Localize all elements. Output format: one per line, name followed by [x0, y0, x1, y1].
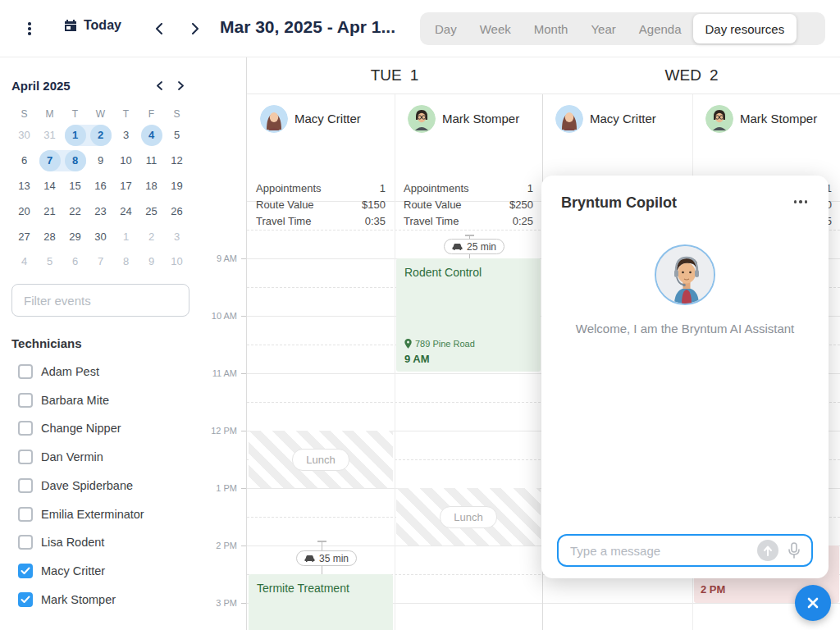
- technician-row[interactable]: Dave Spiderbane: [0, 472, 213, 500]
- stat-value: $150: [362, 197, 386, 213]
- date-cell[interactable]: 12: [164, 148, 189, 174]
- date-cell[interactable]: 3: [164, 224, 189, 249]
- date-cell[interactable]: 5: [37, 249, 62, 275]
- date-cell[interactable]: 15: [62, 174, 88, 199]
- technician-name: Lisa Rodent: [41, 536, 104, 549]
- date-cell[interactable]: 5: [164, 123, 189, 148]
- tab-week[interactable]: Week: [468, 14, 523, 43]
- date-cell[interactable]: 2: [139, 224, 164, 249]
- send-button[interactable]: [757, 540, 778, 561]
- kebab-menu-icon[interactable]: [24, 20, 35, 38]
- date-cell[interactable]: 20: [11, 199, 37, 224]
- day-header-tue[interactable]: TUE 1: [247, 57, 542, 94]
- date-cell[interactable]: 28: [37, 224, 62, 249]
- resource-stats: Appointments1 Route Value$250 Travel Tim…: [395, 180, 542, 230]
- tab-day[interactable]: Day: [423, 14, 468, 43]
- technician-row[interactable]: Barbara Mite: [0, 386, 213, 414]
- event-title: Lunch: [292, 449, 349, 471]
- date-cell[interactable]: 30: [88, 224, 113, 249]
- weekday-label: F: [139, 105, 164, 123]
- event-termite-treatment[interactable]: Termite Treatment: [249, 574, 393, 630]
- technician-checkbox[interactable]: [18, 450, 33, 464]
- date-cell[interactable]: 7: [37, 148, 62, 174]
- copilot-menu-icon[interactable]: [791, 197, 811, 207]
- date-cell[interactable]: 9: [139, 249, 164, 275]
- tab-agenda[interactable]: Agenda: [628, 14, 693, 43]
- date-cell[interactable]: 1: [62, 123, 88, 148]
- date-cell[interactable]: 26: [164, 199, 189, 224]
- technician-row[interactable]: Emilia Exterminator: [0, 500, 213, 528]
- date-cell[interactable]: 4: [11, 249, 37, 275]
- date-cell[interactable]: 9: [88, 148, 113, 174]
- technician-checkbox[interactable]: [18, 507, 33, 522]
- microphone-icon[interactable]: [785, 541, 803, 559]
- technician-checkbox[interactable]: [18, 364, 33, 379]
- technician-checkbox[interactable]: [18, 421, 33, 436]
- stat-value: 0:25: [513, 213, 533, 230]
- date-cell[interactable]: 25: [139, 199, 164, 224]
- date-cell[interactable]: 19: [164, 174, 189, 199]
- date-cell[interactable]: 7: [88, 249, 113, 275]
- today-button[interactable]: Today: [64, 18, 121, 33]
- event-lunch-macy-tue[interactable]: Lunch: [249, 431, 393, 488]
- date-cell[interactable]: 6: [62, 249, 88, 275]
- tab-year[interactable]: Year: [579, 14, 627, 43]
- technician-checkbox[interactable]: [18, 478, 33, 493]
- date-cell[interactable]: 4: [139, 123, 164, 148]
- date-cell[interactable]: 3: [113, 123, 139, 148]
- technician-checkbox[interactable]: [18, 564, 33, 578]
- date-cell[interactable]: 2: [88, 123, 113, 148]
- event-lunch-mark-tue[interactable]: Lunch: [396, 488, 541, 546]
- day-name: TUE: [371, 66, 402, 84]
- travel-time-label: 35 min: [319, 553, 349, 564]
- technician-checkbox[interactable]: [18, 535, 33, 550]
- date-cell[interactable]: 30: [11, 123, 37, 148]
- date-cell[interactable]: 18: [139, 174, 164, 199]
- date-cell[interactable]: 8: [62, 148, 88, 174]
- date-cell[interactable]: 29: [62, 224, 88, 249]
- tab-month[interactable]: Month: [523, 14, 580, 43]
- date-cell[interactable]: 22: [62, 199, 88, 224]
- date-cell[interactable]: 24: [113, 199, 139, 224]
- technician-row[interactable]: Dan Vermin: [0, 443, 213, 471]
- mini-calendar-prev-icon[interactable]: [152, 78, 167, 93]
- day-header-wed[interactable]: WED 2: [542, 57, 840, 94]
- stat-label: Travel Time: [256, 213, 311, 230]
- date-cell[interactable]: 27: [11, 224, 37, 249]
- date-cell[interactable]: 11: [139, 148, 164, 174]
- technician-row[interactable]: Mark Stomper: [0, 586, 213, 614]
- date-cell[interactable]: 10: [164, 249, 189, 275]
- prev-button[interactable]: [150, 20, 168, 38]
- date-cell[interactable]: 8: [113, 249, 139, 275]
- resource-name: Mark Stomper: [442, 112, 519, 126]
- stat-label: Appointments: [256, 180, 322, 197]
- mini-calendar-next-icon[interactable]: [173, 78, 188, 93]
- tab-day-resources[interactable]: Day resources: [693, 14, 797, 43]
- date-cell[interactable]: 1: [113, 224, 139, 249]
- date-cell[interactable]: 31: [37, 123, 62, 148]
- date-cell[interactable]: 14: [37, 174, 62, 199]
- event-rodent-control[interactable]: Rodent Control 789 Pine Road 9 AM: [396, 258, 541, 372]
- technician-row[interactable]: Lisa Rodent: [0, 528, 213, 556]
- date-cell[interactable]: 10: [113, 148, 139, 174]
- car-icon: [304, 555, 315, 563]
- next-button[interactable]: [186, 20, 204, 38]
- filter-events-input[interactable]: [11, 284, 189, 317]
- date-cell[interactable]: 6: [11, 148, 37, 174]
- technician-checkbox[interactable]: [18, 592, 33, 607]
- copilot-message-input[interactable]: [559, 544, 757, 558]
- technician-name: Emilia Exterminator: [41, 508, 144, 521]
- technician-row[interactable]: Adam Pest: [0, 358, 213, 386]
- day-number: 1: [410, 66, 419, 84]
- avatar-mark: [705, 105, 733, 133]
- technician-checkbox[interactable]: [18, 393, 33, 408]
- date-cell[interactable]: 17: [113, 174, 139, 199]
- copilot-title: Bryntum Copilot: [561, 194, 677, 212]
- date-cell[interactable]: 13: [11, 174, 37, 199]
- technician-row[interactable]: Macy Critter: [0, 557, 213, 585]
- technician-row[interactable]: Change Nipper: [0, 414, 213, 442]
- close-copilot-fab[interactable]: [795, 585, 831, 621]
- date-cell[interactable]: 16: [88, 174, 113, 199]
- date-cell[interactable]: 21: [37, 199, 62, 224]
- date-cell[interactable]: 23: [88, 199, 113, 224]
